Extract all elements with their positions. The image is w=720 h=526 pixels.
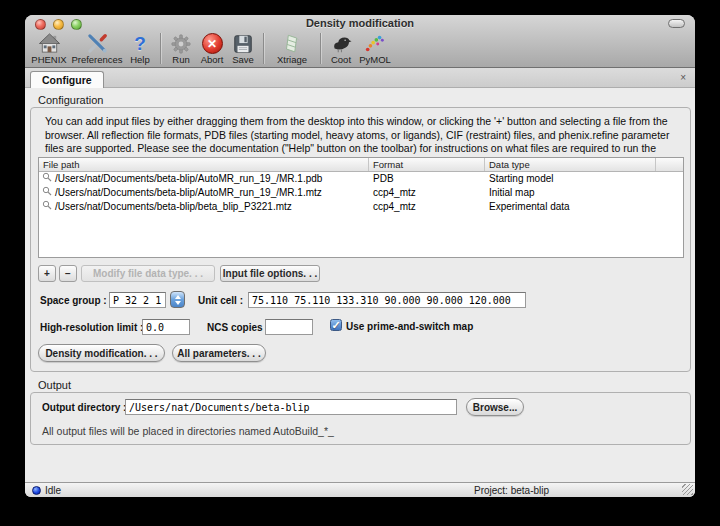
resize-grip[interactable] bbox=[682, 484, 693, 495]
tab-close-icon[interactable]: × bbox=[680, 72, 686, 84]
data-type-cell: Experimental data bbox=[485, 200, 656, 214]
table-header-row: File path Format Data type bbox=[39, 158, 683, 172]
input-files-table[interactable]: File path Format Data type /Users/nat/Do… bbox=[38, 157, 684, 258]
project-label: Project: beta-blip bbox=[474, 484, 549, 497]
help-question-icon: ? bbox=[125, 32, 155, 55]
window-chrome: Density modification PHENIX bbox=[25, 15, 695, 68]
ncs-copies-label: NCS copies : bbox=[207, 322, 269, 333]
toolbar-label-save: Save bbox=[228, 55, 258, 65]
table-row[interactable]: /Users/nat/Documents/beta-blip/AutoMR_ru… bbox=[39, 186, 683, 200]
status-text: Idle bbox=[45, 484, 61, 497]
toolbar-toggle-button[interactable] bbox=[668, 19, 685, 28]
magnifier-icon bbox=[42, 186, 52, 200]
toolbar-label-preferences: Preferences bbox=[69, 55, 125, 65]
unit-cell-input[interactable] bbox=[248, 292, 526, 308]
toolbar-button-save[interactable]: Save bbox=[228, 31, 258, 65]
run-gear-icon bbox=[166, 32, 196, 55]
column-header-file-path[interactable]: File path bbox=[39, 158, 369, 171]
space-group-label: Space group : bbox=[40, 295, 107, 306]
status-bar: Idle Project: beta-blip bbox=[25, 482, 695, 497]
remove-file-button[interactable]: − bbox=[59, 265, 77, 282]
configuration-section-title: Configuration bbox=[38, 94, 103, 106]
abort-x-icon: ✕ bbox=[196, 32, 228, 55]
format-cell: ccp4_mtz bbox=[369, 186, 485, 200]
window-controls bbox=[35, 19, 82, 30]
app-window: Density modification PHENIX bbox=[25, 15, 695, 497]
title-bar[interactable]: Density modification bbox=[25, 15, 695, 31]
toolbar-separator bbox=[263, 33, 264, 64]
toolbar-separator bbox=[160, 33, 161, 64]
tab-bar: Configure × bbox=[25, 68, 695, 88]
toolbar: PHENIX Preferences ? Help bbox=[29, 31, 394, 68]
file-path-cell: /Users/nat/Documents/beta-blip/AutoMR_ru… bbox=[55, 172, 322, 186]
data-type-cell: Initial map bbox=[485, 186, 656, 200]
window-title: Density modification bbox=[25, 15, 695, 32]
prime-and-switch-checkbox[interactable]: ✓ bbox=[330, 319, 342, 331]
modify-file-data-type-button[interactable]: Modify file data type. . . bbox=[81, 265, 215, 282]
close-button[interactable] bbox=[35, 19, 46, 30]
toolbar-button-coot[interactable]: Coot bbox=[326, 31, 356, 65]
toolbar-label-help: Help bbox=[125, 55, 155, 65]
file-path-cell: /Users/nat/Documents/beta-blip/AutoMR_ru… bbox=[55, 186, 322, 200]
unit-cell-label: Unit cell : bbox=[198, 295, 243, 306]
output-directory-label: Output directory : bbox=[42, 402, 126, 413]
toolbar-label-pymol: PyMOL bbox=[356, 55, 394, 65]
table-row[interactable]: /Users/nat/Documents/beta-blip/AutoMR_ru… bbox=[39, 172, 683, 186]
format-cell: ccp4_mtz bbox=[369, 200, 485, 214]
toolbar-separator bbox=[320, 33, 321, 64]
toolbar-button-xtriage[interactable]: Xtriage bbox=[269, 31, 315, 65]
status-indicator-icon bbox=[32, 486, 41, 495]
output-section-title: Output bbox=[38, 379, 71, 391]
coot-bird-icon bbox=[326, 32, 356, 55]
toolbar-button-preferences[interactable]: Preferences bbox=[69, 31, 125, 65]
column-header-spacer bbox=[656, 158, 683, 171]
column-header-data-type[interactable]: Data type bbox=[485, 158, 656, 171]
format-cell: PDB bbox=[369, 172, 485, 186]
input-file-options-button[interactable]: Input file options. . . bbox=[220, 265, 320, 282]
toolbar-button-help[interactable]: ? Help bbox=[125, 31, 155, 65]
toolbar-label-xtriage: Xtriage bbox=[269, 55, 315, 65]
preferences-tools-icon bbox=[69, 32, 125, 55]
data-type-cell: Starting model bbox=[485, 172, 656, 186]
magnifier-icon bbox=[42, 200, 52, 214]
space-group-input[interactable] bbox=[109, 292, 166, 308]
ncs-copies-input[interactable] bbox=[265, 319, 313, 335]
prime-and-switch-label: Use prime-and-switch map bbox=[346, 321, 473, 332]
toolbar-label-run: Run bbox=[166, 55, 196, 65]
toolbar-label-abort: Abort bbox=[196, 55, 228, 65]
toolbar-label-phenix: PHENIX bbox=[29, 55, 69, 65]
browse-button[interactable]: Browse... bbox=[466, 398, 524, 416]
toolbar-button-pymol[interactable]: PyMOL bbox=[356, 31, 394, 65]
phenix-home-icon bbox=[29, 32, 69, 55]
toolbar-button-run[interactable]: Run bbox=[166, 31, 196, 65]
add-file-button[interactable]: + bbox=[38, 265, 56, 282]
xtriage-crystal-icon bbox=[269, 32, 315, 55]
output-directory-input[interactable] bbox=[125, 399, 457, 415]
stepper-down-icon bbox=[175, 301, 181, 305]
high-resolution-limit-input[interactable] bbox=[142, 319, 190, 335]
all-parameters-button[interactable]: All parameters. . . bbox=[172, 344, 266, 362]
toolbar-label-coot: Coot bbox=[326, 55, 356, 65]
stepper-up-icon bbox=[175, 295, 181, 299]
column-header-format[interactable]: Format bbox=[369, 158, 485, 171]
toolbar-button-abort[interactable]: ✕ Abort bbox=[196, 31, 228, 65]
pymol-ribbon-icon bbox=[356, 32, 394, 55]
save-floppy-icon bbox=[228, 32, 258, 55]
table-row[interactable]: /Users/nat/Documents/beta-blip/beta_blip… bbox=[39, 200, 683, 214]
configure-panel: Configuration You can add input files by… bbox=[25, 88, 695, 482]
output-note-text: All output files will be placed in direc… bbox=[42, 425, 334, 437]
minimize-button[interactable] bbox=[53, 19, 64, 30]
toolbar-button-phenix[interactable]: PHENIX bbox=[29, 31, 69, 65]
space-group-stepper[interactable] bbox=[170, 291, 185, 308]
high-resolution-limit-label: High-resolution limit : bbox=[40, 322, 143, 333]
magnifier-icon bbox=[42, 172, 52, 186]
file-path-cell: /Users/nat/Documents/beta-blip/beta_blip… bbox=[55, 200, 292, 214]
zoom-button[interactable] bbox=[71, 19, 82, 30]
density-modification-button[interactable]: Density modification. . . bbox=[38, 344, 165, 362]
check-icon: ✓ bbox=[331, 319, 340, 331]
tab-configure[interactable]: Configure bbox=[30, 71, 104, 88]
